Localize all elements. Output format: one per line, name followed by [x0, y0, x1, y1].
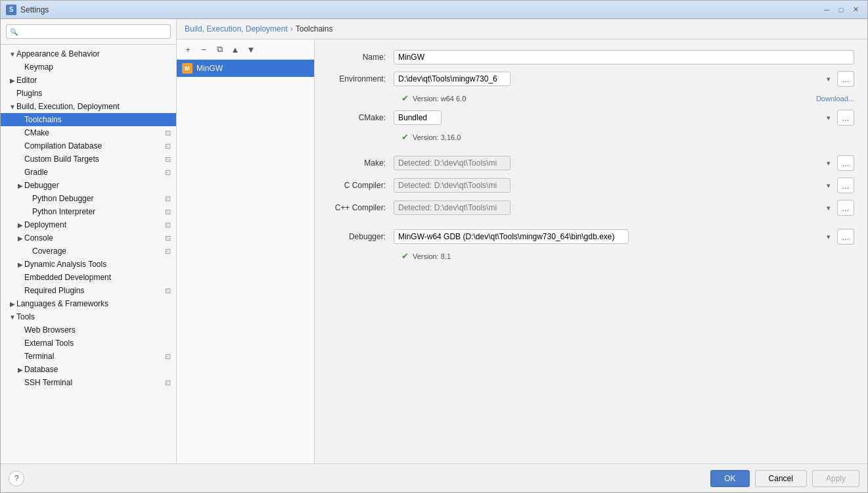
maximize-button[interactable]: □ — [834, 3, 848, 16]
sidebar-item-gradle[interactable]: Gradle ⊡ — [1, 166, 176, 179]
sidebar-item-python-interpreter[interactable]: Python Interpreter ⊡ — [1, 205, 176, 218]
make-input[interactable] — [394, 156, 511, 170]
make-control: ... — [394, 155, 854, 171]
sidebar-item-compilation-db[interactable]: Compilation Database ⊡ — [1, 139, 176, 153]
copy-icon: ⊡ — [165, 208, 171, 216]
make-label: Make: — [328, 158, 394, 168]
sidebar-item-languages-frameworks[interactable]: ▶ Languages & Frameworks — [1, 297, 176, 310]
main-content: ▼ Appearance & Behavior Keymap ▶ Editor — [1, 19, 867, 492]
debugger-row: Debugger: MinGW-w64 GDB (D:\dev\qt\Tools… — [328, 229, 854, 245]
sidebar-item-editor[interactable]: ▶ Editor — [1, 74, 176, 87]
cmake-browse-button[interactable]: ... — [837, 110, 854, 126]
sidebar-item-label: Terminal — [24, 352, 165, 361]
sidebar-item-database[interactable]: ▶ Database — [1, 363, 176, 376]
c-compiler-browse-button[interactable]: ... — [837, 177, 854, 193]
name-input[interactable] — [394, 50, 854, 64]
detail-panel: Name: Environment: — [315, 39, 867, 463]
copy-icon: ⊡ — [165, 247, 171, 256]
copy-toolchain-button[interactable]: ⧉ — [212, 42, 227, 57]
ok-button[interactable]: OK — [710, 470, 749, 487]
c-compiler-input[interactable] — [394, 178, 511, 193]
sidebar-item-terminal[interactable]: Terminal ⊡ — [1, 350, 176, 363]
cmake-select[interactable]: Bundled — [394, 110, 442, 125]
sidebar-item-toolchains[interactable]: Toolchains — [1, 113, 176, 126]
sidebar-item-appearance[interactable]: ▼ Appearance & Behavior — [1, 47, 176, 60]
sidebar-item-label: SSH Terminal — [24, 378, 165, 387]
make-row: Make: ... — [328, 155, 854, 171]
c-compiler-control: ... — [394, 177, 854, 193]
cmake-control: Bundled ... — [394, 110, 854, 126]
add-toolchain-button[interactable]: + — [181, 42, 195, 57]
search-input[interactable] — [6, 24, 171, 39]
sidebar-item-ssh-terminal[interactable]: SSH Terminal ⊡ — [1, 376, 176, 389]
sidebar-item-label: Custom Build Targets — [24, 154, 165, 164]
sidebar-item-label: Toolchains — [24, 115, 171, 124]
debugger-control: MinGW-w64 GDB (D:\dev\qt\Tools\mingw730_… — [394, 229, 854, 245]
cancel-button[interactable]: Cancel — [755, 470, 807, 487]
sidebar-item-deployment[interactable]: ▶ Deployment ⊡ — [1, 218, 176, 231]
sidebar-item-plugins[interactable]: Plugins — [1, 87, 176, 100]
cpp-compiler-label: C++ Compiler: — [328, 203, 394, 212]
cpp-compiler-control: ... — [394, 200, 854, 216]
sidebar-item-tools[interactable]: ▼ Tools — [1, 310, 176, 323]
sidebar-item-embedded-dev[interactable]: Embedded Development — [1, 271, 176, 284]
debugger-hint-row: ✔ Version: 8.1 — [328, 251, 854, 261]
sidebar-item-keymap[interactable]: Keymap — [1, 60, 176, 74]
cpp-compiler-browse-button[interactable]: ... — [837, 200, 854, 216]
sidebar-item-web-browsers[interactable]: Web Browsers — [1, 323, 176, 337]
sidebar-item-console[interactable]: ▶ Console ⊡ — [1, 231, 176, 245]
cmake-hint-row: ✔ Version: 3.16.0 — [328, 132, 854, 142]
apply-button[interactable]: Apply — [812, 470, 859, 487]
toolchain-item[interactable]: M MinGW — [177, 60, 314, 77]
minimize-button[interactable]: ─ — [820, 3, 833, 16]
sidebar-item-label: Embedded Development — [24, 273, 171, 282]
sidebar-item-coverage[interactable]: Coverage ⊡ — [1, 245, 176, 258]
move-down-button[interactable]: ▼ — [244, 42, 258, 57]
arrow-icon: ▶ — [9, 77, 16, 84]
download-link[interactable]: Download... — [816, 95, 854, 103]
sidebar-item-required-plugins[interactable]: Required Plugins ⊡ — [1, 284, 176, 297]
sidebar-item-label: Editor — [16, 76, 171, 85]
help-button[interactable]: ? — [9, 471, 24, 486]
search-box — [1, 19, 176, 45]
debugger-version: Version: 8.1 — [413, 252, 451, 260]
close-button[interactable]: ✕ — [849, 3, 862, 16]
c-compiler-label: C Compiler: — [328, 181, 394, 190]
sidebar-item-external-tools[interactable]: External Tools — [1, 337, 176, 350]
make-browse-button[interactable]: ... — [837, 155, 854, 171]
environment-label: Environment: — [328, 74, 394, 83]
sidebar-tree: ▼ Appearance & Behavior Keymap ▶ Editor — [1, 45, 176, 463]
sidebar-item-custom-build[interactable]: Custom Build Targets ⊡ — [1, 153, 176, 166]
sidebar-item-cmake[interactable]: CMake ⊡ — [1, 126, 176, 139]
breadcrumb-current: Toolchains — [296, 24, 333, 34]
environment-input[interactable] — [394, 72, 511, 86]
check-icon: ✔ — [401, 251, 409, 261]
sidebar-item-label: Web Browsers — [24, 325, 171, 335]
copy-icon: ⊡ — [165, 195, 171, 203]
sidebar-item-label: Debugger — [24, 181, 171, 190]
sidebar-item-python-debugger[interactable]: Python Debugger ⊡ — [1, 192, 176, 205]
copy-icon: ⊡ — [165, 352, 171, 361]
remove-toolchain-button[interactable]: − — [196, 42, 211, 57]
debugger-select[interactable]: MinGW-w64 GDB (D:\dev\qt\Tools\mingw730_… — [394, 229, 629, 244]
cpp-compiler-input[interactable] — [394, 200, 511, 215]
copy-icon: ⊡ — [165, 155, 171, 164]
sidebar-item-dynamic-analysis[interactable]: ▶ Dynamic Analysis Tools — [1, 258, 176, 271]
window-title: Settings — [20, 5, 49, 14]
debugger-browse-button[interactable]: ... — [837, 229, 854, 245]
environment-browse-button[interactable]: ... — [837, 71, 854, 87]
breadcrumb-parent[interactable]: Build, Execution, Deployment — [185, 24, 288, 34]
c-compiler-row: C Compiler: ... — [328, 177, 854, 193]
settings-window: S Settings ─ □ ✕ — [0, 0, 868, 493]
toolchains-container: + − ⧉ ▲ ▼ M MinGW — [177, 39, 867, 463]
right-panel: Build, Execution, Deployment › Toolchain… — [177, 19, 867, 463]
toolchains-list-panel: + − ⧉ ▲ ▼ M MinGW — [177, 39, 315, 463]
move-up-button[interactable]: ▲ — [228, 42, 242, 57]
sidebar-item-label: Console — [24, 233, 165, 243]
environment-select-wrapper — [394, 72, 834, 86]
cmake-version: Version: 3.16.0 — [413, 133, 461, 141]
list-toolbar: + − ⧉ ▲ ▼ — [177, 39, 314, 60]
copy-icon: ⊡ — [165, 379, 171, 387]
sidebar-item-debugger[interactable]: ▶ Debugger — [1, 179, 176, 192]
sidebar-item-build-exec-deploy[interactable]: ▼ Build, Execution, Deployment — [1, 100, 176, 113]
